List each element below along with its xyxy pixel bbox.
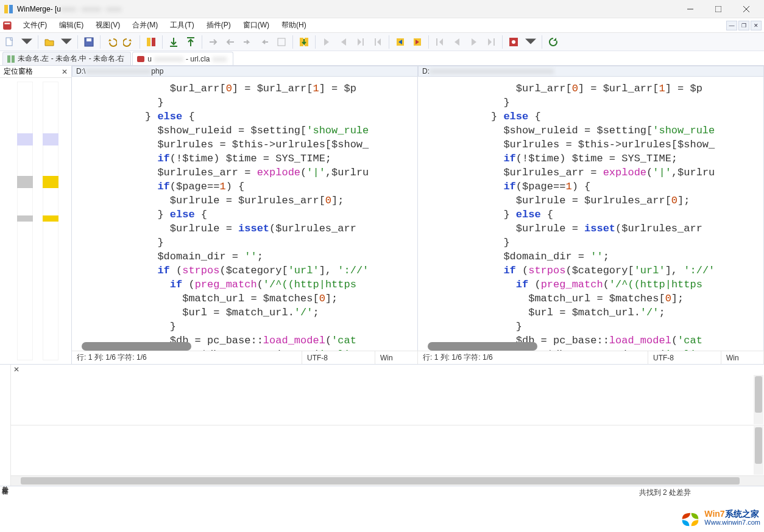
open-button[interactable] (42, 35, 57, 49)
location-pane: 定位窗格 ✕ (0, 66, 72, 364)
new-button[interactable] (2, 35, 17, 49)
right-path[interactable]: D:xxxxxxxxxxxxxxxxxxxxxxxxxxxxxxxxxx (418, 66, 764, 77)
right-encoding: UTF-8 (648, 351, 721, 364)
nav-right-end-button[interactable] (353, 35, 368, 49)
svg-rect-11 (147, 38, 150, 46)
code-right: $url_arr[0] = $url_arr[1] = $p } } else … (418, 77, 763, 351)
copy-left-all-button[interactable] (223, 35, 238, 49)
options-dropdown-icon[interactable] (523, 35, 538, 49)
tab-unnamed[interactable]: 未命名.左 - 未命名.中 - 未命名.右 (2, 52, 131, 65)
svg-rect-12 (152, 38, 155, 46)
tab-label-1: 未命名.左 - 未命名.中 - 未命名.右 (18, 54, 124, 64)
titlebar: WinMerge - [u xxxx - xxxxx - xxxx (0, 0, 764, 18)
title-app: WinMerge (17, 5, 51, 13)
undo-button[interactable] (104, 35, 119, 49)
document-tabs: 未命名.左 - 未命名.中 - 未命名.右 uxxxxxxxx - url.cl… (0, 51, 764, 66)
right-hscrollbar[interactable] (428, 342, 537, 351)
left-path[interactable]: D:\xxxxxxxxxxxxxxxxxxphp (72, 66, 418, 77)
svg-point-25 (512, 40, 515, 44)
title-suffix: - [u (51, 5, 61, 13)
left-encoding: UTF-8 (302, 351, 375, 364)
diff-top-vscrollbar[interactable] (754, 375, 763, 424)
diff-pane: 差异窗格 ✕ (0, 364, 764, 486)
menu-plugins[interactable]: 插件(P) (200, 19, 237, 32)
refresh-button[interactable] (546, 35, 561, 49)
app-icon (4, 4, 13, 14)
diff-pane-close-button[interactable]: ✕ (12, 365, 21, 374)
menu-edit[interactable]: 编辑(E) (53, 19, 90, 32)
right-cursor-pos: 行: 1 列: 1/6 字符: 1/6 (418, 351, 648, 364)
nav-left-button[interactable] (336, 35, 351, 49)
right-eol: Win (721, 351, 764, 364)
code-left: $url_arr[0] = $url_arr[1] = $p } } else … (72, 77, 417, 351)
svg-rect-1 (9, 5, 13, 13)
watermark: Win7系统之家 Www.winwin7.com (680, 509, 760, 527)
last-diff-col-button[interactable] (484, 35, 498, 49)
menu-tools[interactable]: 工具(T) (164, 19, 200, 32)
tab-label-2a: u (147, 55, 152, 63)
left-hscrollbar[interactable] (82, 342, 191, 351)
options-button[interactable] (506, 35, 521, 49)
nav-left-end-button[interactable] (370, 35, 385, 49)
diff-pane-tab[interactable]: 差异窗格 (0, 365, 11, 486)
toolbar (0, 33, 764, 51)
prev-diff-col-button[interactable] (450, 35, 464, 49)
doc-icon (136, 55, 145, 63)
left-code-pane[interactable]: $url_arr[0] = $url_arr[1] = $p } } else … (72, 77, 418, 351)
nav-right-button[interactable] (319, 35, 334, 49)
redo-button[interactable] (121, 35, 136, 49)
svg-rect-27 (12, 55, 15, 63)
workarea: 定位窗格 ✕ D:\xxxxxxxxxxxxxxxxxxphp D:xxxx (0, 66, 764, 364)
svg-rect-10 (87, 38, 91, 41)
copy-left-button[interactable] (257, 35, 272, 49)
compare-area: D:\xxxxxxxxxxxxxxxxxxphp D:xxxxxxxxxxxxx… (72, 66, 764, 364)
copy-right-button[interactable] (240, 35, 255, 49)
merge-mid-button[interactable] (274, 35, 289, 49)
menu-file[interactable]: 文件(F) (17, 19, 53, 32)
svg-rect-28 (137, 56, 144, 62)
menu-window[interactable]: 窗口(W) (237, 19, 275, 32)
location-pane-close-button[interactable]: ✕ (60, 68, 69, 76)
tab-label-2b: - url.cla (186, 55, 210, 63)
diff-summary: 共找到 2 处差异 (639, 488, 691, 498)
next-diff-green-button[interactable] (297, 35, 311, 49)
open-dropdown-icon[interactable] (59, 35, 74, 49)
mdi-close-button[interactable]: ✕ (751, 21, 762, 30)
location-pane-body[interactable] (0, 78, 71, 364)
diff-hscrollbar[interactable] (11, 476, 764, 486)
tab-blur: xxxxxxxx (154, 55, 183, 63)
next-diff-button[interactable] (393, 35, 408, 49)
all-up-button[interactable] (183, 35, 198, 49)
prev-diff-button[interactable] (410, 35, 425, 49)
diff-bottom-area[interactable] (11, 425, 764, 477)
svg-rect-8 (6, 38, 12, 46)
title-blur: xxxx - xxxxx - xxxx (61, 5, 121, 13)
menu-merge[interactable]: 合并(M) (126, 19, 164, 32)
svg-rect-15 (278, 38, 285, 46)
next-diff-col-button[interactable] (467, 35, 481, 49)
diff-toggle-button[interactable] (144, 35, 158, 49)
svg-rect-7 (4, 23, 10, 24)
diff-top-area[interactable] (11, 374, 764, 425)
svg-rect-0 (4, 5, 8, 13)
menu-help[interactable]: 帮助(H) (275, 19, 313, 32)
copy-right-all-button[interactable] (206, 35, 221, 49)
window-close-button[interactable] (732, 0, 760, 18)
doc-icon (7, 55, 15, 63)
new-dropdown-icon[interactable] (19, 35, 34, 49)
svg-rect-6 (3, 21, 12, 30)
mdi-minimize-button[interactable]: — (726, 21, 737, 30)
svg-rect-3 (715, 6, 721, 12)
all-down-button[interactable] (166, 35, 181, 49)
right-code-pane[interactable]: $url_arr[0] = $url_arr[1] = $p } } else … (418, 77, 764, 351)
window-maximize-button[interactable] (704, 0, 732, 18)
location-pane-title: 定位窗格 (4, 66, 33, 77)
tab-url[interactable]: uxxxxxxxx - url.claxxxx (132, 52, 233, 65)
first-diff-col-button[interactable] (433, 35, 447, 49)
diff-bottom-vscrollbar[interactable] (754, 426, 763, 475)
menu-view[interactable]: 视图(V) (90, 19, 126, 32)
menubar: 文件(F) 编辑(E) 视图(V) 合并(M) 工具(T) 插件(P) 窗口(W… (0, 18, 764, 33)
window-minimize-button[interactable] (676, 0, 704, 18)
mdi-restore-button[interactable]: ❐ (738, 21, 749, 30)
save-button[interactable] (82, 35, 96, 49)
